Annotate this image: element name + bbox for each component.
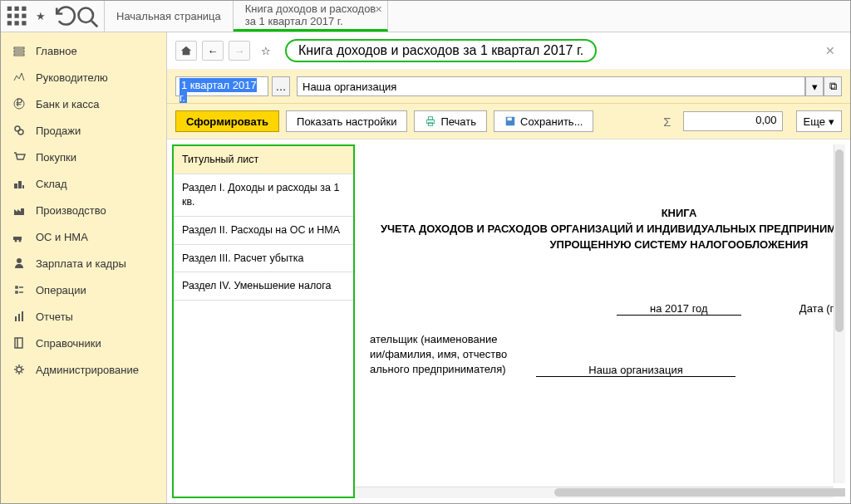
vertical-scrollbar[interactable] xyxy=(834,144,845,483)
svg-rect-12 xyxy=(14,54,24,56)
svg-rect-27 xyxy=(15,338,22,348)
svg-rect-24 xyxy=(15,316,17,321)
button-label: Еще xyxy=(804,115,825,128)
sidebar-item-salary[interactable]: Зарплата и кадры xyxy=(1,250,166,276)
content-area: ← → ☆ Книга доходов и расходов за 1 квар… xyxy=(167,32,850,503)
star-icon[interactable]: ★ xyxy=(29,5,52,28)
doc-heading: КНИГА УЧЕТА ДОХОДОВ И РАСХОДОВ ОРГАНИЗАЦ… xyxy=(370,206,845,253)
sidebar-item-main[interactable]: Главное xyxy=(1,37,166,64)
more-button[interactable]: Еще▾ xyxy=(796,110,842,132)
search-icon[interactable] xyxy=(76,5,99,28)
sidebar-label: Банк и касса xyxy=(36,98,100,110)
settings-button[interactable]: Показать настройки xyxy=(286,110,407,132)
close-icon[interactable]: ✕ xyxy=(375,4,382,15)
svg-point-28 xyxy=(17,367,22,372)
tab-label-line1: Книга доходов и расходов xyxy=(245,2,376,15)
section-item[interactable]: Титульный лист xyxy=(174,146,353,174)
svg-point-21 xyxy=(15,240,17,242)
home-button[interactable] xyxy=(175,41,197,61)
svg-point-16 xyxy=(18,130,23,135)
svg-rect-7 xyxy=(15,21,19,25)
doc-payer-row: ательщик (наименование ии/фамилия, имя, … xyxy=(370,332,845,378)
svg-rect-19 xyxy=(22,185,24,188)
document-page: к Приказу Ми Ро КНИГА УЧЕТА ДОХОДОВ И РА… xyxy=(355,144,845,423)
section-item[interactable]: Раздел II. Расходы на ОС и НМА xyxy=(174,217,353,245)
doc-note: Ро xyxy=(370,169,845,181)
forward-button[interactable]: → xyxy=(229,41,250,61)
sidebar-label: Главное xyxy=(36,45,77,57)
svg-rect-26 xyxy=(22,311,23,321)
sidebar-item-bank[interactable]: ₽Банк и касса xyxy=(1,91,166,117)
sidebar-item-warehouse[interactable]: Склад xyxy=(1,170,166,197)
open-icon[interactable]: ⧉ xyxy=(824,76,842,96)
section-list: Титульный лист Раздел I. Доходы и расход… xyxy=(172,144,355,498)
svg-rect-30 xyxy=(429,117,433,120)
period-picker-button[interactable]: … xyxy=(272,76,290,96)
sidebar-item-operations[interactable]: Операции xyxy=(1,276,166,303)
dropdown-icon[interactable]: ▾ xyxy=(805,76,824,96)
close-button[interactable]: ✕ xyxy=(819,41,842,61)
back-button[interactable]: ← xyxy=(202,41,224,61)
document-preview[interactable]: к Приказу Ми Ро КНИГА УЧЕТА ДОХОДОВ И РА… xyxy=(355,144,845,498)
sigma-icon[interactable]: Σ xyxy=(658,115,676,129)
section-item[interactable]: Раздел III. Расчет убытка xyxy=(174,245,353,273)
filter-row: 1 квартал 2017 г. … ▾ ⧉ xyxy=(167,70,850,103)
svg-rect-25 xyxy=(18,314,20,321)
horizontal-scrollbar[interactable] xyxy=(355,487,834,498)
doc-heading-line: КНИГА xyxy=(370,206,845,222)
sidebar-item-production[interactable]: Производство xyxy=(1,197,166,223)
topbar: ★ Начальная страница Книга доходов и рас… xyxy=(1,1,850,32)
sidebar-label: ОС и НМА xyxy=(36,231,88,243)
org-input[interactable] xyxy=(297,76,805,96)
history-icon[interactable] xyxy=(52,5,76,28)
sidebar-label: Руководителю xyxy=(36,71,108,84)
apps-icon[interactable] xyxy=(6,5,29,28)
svg-rect-8 xyxy=(22,21,26,25)
svg-rect-0 xyxy=(7,6,12,10)
org-underline: Наша организация xyxy=(536,364,735,377)
tab-label: Начальная страница xyxy=(116,10,221,22)
sidebar-item-sales[interactable]: Продажи xyxy=(1,117,166,144)
svg-rect-4 xyxy=(15,13,19,17)
doc-year: на 2017 год xyxy=(617,302,741,316)
svg-rect-6 xyxy=(7,21,12,25)
sidebar-item-reports[interactable]: Отчеты xyxy=(1,303,166,330)
doc-heading-line: УЧЕТА ДОХОДОВ И РАСХОДОВ ОРГАНИЗАЦИЙ И И… xyxy=(370,222,845,253)
document-area: Титульный лист Раздел I. Доходы и расход… xyxy=(167,139,850,503)
tab-label-line2: за 1 квартал 2017 г. xyxy=(245,15,376,27)
sidebar-item-manager[interactable]: Руководителю xyxy=(1,64,166,91)
period-value: 1 квартал 2017 г. xyxy=(180,78,257,105)
doc-row: на 2017 год Дата (год, месяц, число) xyxy=(370,296,845,316)
sidebar-item-assets[interactable]: ОС и НМА xyxy=(1,223,166,250)
svg-point-23 xyxy=(17,258,22,263)
section-item[interactable]: Раздел IV. Уменьшение налога xyxy=(174,272,353,301)
form-button[interactable]: Сформировать xyxy=(175,110,279,132)
sum-value: 0,00 xyxy=(683,111,783,131)
svg-rect-1 xyxy=(15,6,19,10)
button-label: Сохранить... xyxy=(520,115,583,128)
svg-rect-18 xyxy=(18,181,22,188)
tab-bar: Начальная страница Книга доходов и расхо… xyxy=(105,1,388,32)
svg-text:₽: ₽ xyxy=(16,97,22,109)
sidebar-item-reference[interactable]: Справочники xyxy=(1,330,166,356)
save-button[interactable]: Сохранить... xyxy=(494,110,593,132)
doc-row: Форма по ОКУД xyxy=(370,270,845,289)
doc-note: к Приказу Ми xyxy=(370,156,845,169)
print-button[interactable]: Печать xyxy=(414,110,487,132)
period-field: 1 квартал 2017 г. … xyxy=(175,76,290,96)
tab-active[interactable]: Книга доходов и расходов за 1 квартал 20… xyxy=(234,1,388,32)
sidebar-label: Справочники xyxy=(36,337,101,350)
period-input[interactable]: 1 квартал 2017 г. xyxy=(175,76,268,96)
sidebar-item-purchases[interactable]: Покупки xyxy=(1,144,166,170)
section-item[interactable]: Раздел I. Доходы и расходы за 1 кв. xyxy=(174,174,353,217)
favorite-star-icon[interactable]: ☆ xyxy=(255,41,277,61)
org-field: ▾ ⧉ xyxy=(297,76,842,96)
sidebar-item-admin[interactable]: Администрирование xyxy=(1,356,166,383)
chevron-down-icon: ▾ xyxy=(829,115,834,128)
action-row: Сформировать Показать настройки Печать С… xyxy=(167,103,850,139)
scroll-thumb[interactable] xyxy=(835,149,844,332)
payer-label: ательщик (наименование ии/фамилия, имя, … xyxy=(370,332,519,378)
sidebar-label: Операции xyxy=(36,284,86,296)
scroll-thumb[interactable] xyxy=(554,488,845,497)
tab-home[interactable]: Начальная страница xyxy=(105,1,234,32)
